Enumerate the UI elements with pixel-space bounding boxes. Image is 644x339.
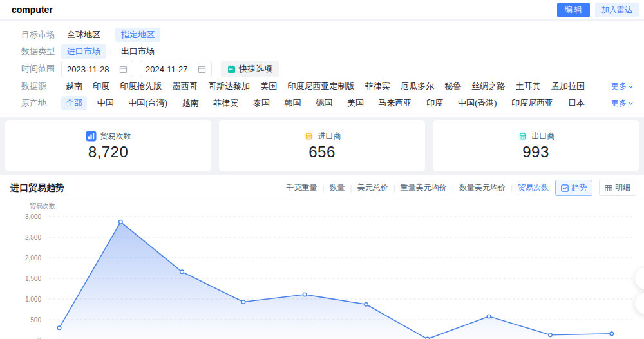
importer-store-icon [303, 131, 314, 142]
metric-option[interactable]: 数量美元均价 [459, 182, 506, 193]
metric-separator: | [322, 184, 324, 193]
origin-option[interactable]: 全部 [61, 96, 87, 110]
data-source-row: 数据源 越南印度印度抢先版墨西哥哥斯达黎加美国印度尼西亚定制版菲律宾厄瓜多尔秘鲁… [0, 78, 644, 95]
origin-row: 原产地 全部中国中国(台湾)越南菲律宾泰国韩国德国美国马来西亚印度中国(香港)印… [0, 95, 644, 111]
data-source-option[interactable]: 印度尼西亚定制版 [283, 79, 359, 93]
filter-panel: 目标市场 全球地区 指定地区 数据类型 进口市场 出口市场 时间范围 快捷选项 [0, 21, 644, 117]
end-date-value[interactable] [146, 64, 194, 74]
svg-text:1,500: 1,500 [25, 275, 41, 282]
metric-separator: | [393, 184, 395, 193]
metric-separator: | [452, 184, 454, 193]
top-header: computer 编 辑 加入雷达 [0, 0, 644, 19]
origin-option[interactable]: 日本 [564, 96, 589, 110]
trade-dashboard-page: computer 编 辑 加入雷达 目标市场 全球地区 指定地区 数据类型 进口… [0, 0, 644, 339]
option-specified-region[interactable]: 指定地区 [115, 28, 160, 42]
metric-option[interactable]: 贸易次数 [518, 182, 549, 193]
svg-text:0: 0 [37, 337, 41, 339]
svg-text:2,000: 2,000 [25, 255, 41, 262]
origin-more-link[interactable]: 更多 [611, 98, 634, 109]
stat-card-trade-count: 贸易次数 8,720 [5, 120, 211, 171]
data-source-option[interactable]: 印度 [88, 79, 114, 93]
stat-label: 出口商 [532, 131, 555, 142]
data-source-more-link[interactable]: 更多 [611, 81, 634, 92]
trend-panel: 进口贸易趋势 千克重量|数量|美元总价|重量美元均价|数量美元均价|贸易次数 趋… [0, 175, 644, 339]
origin-option[interactable]: 菲律宾 [209, 96, 243, 110]
stat-value: 656 [308, 143, 336, 161]
metric-separator: | [350, 184, 352, 193]
data-source-option[interactable]: 厄瓜多尔 [396, 79, 439, 93]
svg-text:贸易次数: 贸易次数 [30, 202, 55, 209]
data-source-option[interactable]: 菲律宾 [361, 79, 395, 93]
trend-view-button[interactable]: 趋势 [555, 180, 592, 196]
stat-label: 贸易次数 [100, 131, 131, 142]
trend-chart-svg: 贸易次数05001,0001,5002,0002,5003,0002023-11… [0, 200, 644, 339]
data-source-option[interactable]: 越南 [61, 79, 87, 93]
stat-cards-row: 贸易次数 8,720 进口商 656 出口商 993 [5, 120, 639, 171]
data-source-option[interactable]: 丝绸之路 [468, 79, 510, 93]
detail-view-button[interactable]: 明细 [599, 180, 636, 196]
table-icon [605, 184, 612, 192]
target-market-row: 目标市场 全球地区 指定地区 [0, 26, 644, 43]
metric-option[interactable]: 千克重量 [286, 182, 317, 193]
metric-option[interactable]: 美元总价 [357, 182, 388, 193]
stat-label: 进口商 [318, 131, 341, 142]
data-source-option[interactable]: 墨西哥 [168, 79, 202, 93]
svg-text:1,000: 1,000 [25, 296, 41, 303]
quick-calendar-icon [227, 65, 236, 73]
origin-option[interactable]: 德国 [311, 96, 337, 110]
calendar-icon [198, 65, 206, 73]
option-global-region[interactable]: 全球地区 [61, 28, 106, 42]
origin-label: 原产地 [21, 97, 61, 109]
trend-title: 进口贸易趋势 [10, 182, 64, 194]
origin-option[interactable]: 美国 [343, 96, 368, 110]
data-source-option[interactable]: 土耳其 [511, 79, 545, 93]
quick-options-label: 快捷选项 [239, 63, 272, 75]
origin-option[interactable]: 泰国 [249, 96, 274, 110]
trend-chart[interactable]: 贸易次数05001,0001,5002,0002,5003,0002023-11… [0, 200, 644, 339]
trend-header: 进口贸易趋势 千克重量|数量|美元总价|重量美元均价|数量美元均价|贸易次数 趋… [0, 175, 644, 200]
stat-card-importers: 进口商 656 [219, 120, 425, 171]
origin-option[interactable]: 中国(香港) [453, 96, 502, 110]
quick-options-button[interactable]: 快捷选项 [221, 61, 279, 77]
data-source-option[interactable]: 哥斯达黎加 [204, 79, 254, 93]
data-source-option[interactable]: 美国 [256, 79, 281, 93]
bar-chart-icon [86, 131, 97, 142]
data-source-items: 越南印度印度抢先版墨西哥哥斯达黎加美国印度尼西亚定制版菲律宾厄瓜多尔秘鲁丝绸之路… [61, 79, 589, 93]
origin-items: 全部中国中国(台湾)越南菲律宾泰国韩国德国美国马来西亚印度中国(香港)印度尼西亚… [61, 96, 589, 110]
origin-option[interactable]: 印度 [422, 96, 448, 110]
metric-switcher: 千克重量|数量|美元总价|重量美元均价|数量美元均价|贸易次数 趋势 明细 [286, 180, 636, 196]
data-source-option[interactable]: 秘鲁 [440, 79, 466, 93]
data-source-label: 数据源 [21, 81, 61, 92]
origin-option[interactable]: 中国 [93, 96, 118, 110]
metric-option[interactable]: 重量美元均价 [401, 182, 447, 193]
svg-text:3,000: 3,000 [25, 213, 41, 220]
edit-button[interactable]: 编 辑 [557, 3, 590, 17]
page-title: computer [12, 5, 53, 15]
svg-text:2,500: 2,500 [25, 234, 41, 241]
target-market-label: 目标市场 [21, 29, 61, 41]
data-source-option[interactable]: 印度抢先版 [116, 79, 167, 93]
stat-value: 8,720 [88, 143, 129, 161]
data-source-option[interactable]: 孟加拉国 [547, 79, 589, 93]
data-type-label: 数据类型 [21, 46, 61, 57]
stat-value: 993 [522, 143, 549, 161]
stat-card-exporters: 出口商 993 [433, 120, 639, 171]
data-type-row: 数据类型 进口市场 出口市场 [0, 43, 644, 60]
metric-separator: | [511, 184, 513, 193]
option-export-market[interactable]: 出口市场 [115, 44, 160, 59]
origin-option[interactable]: 中国(台湾) [124, 96, 172, 110]
time-range-row: 时间范围 快捷选项 [0, 60, 644, 78]
end-date-input[interactable] [140, 61, 212, 77]
option-import-market[interactable]: 进口市场 [61, 44, 106, 59]
exporter-store-icon [517, 131, 528, 142]
origin-option[interactable]: 马来西亚 [374, 96, 417, 110]
add-to-radar-button[interactable]: 加入雷达 [595, 3, 639, 17]
start-date-input[interactable] [61, 61, 133, 77]
origin-option[interactable]: 越南 [178, 96, 204, 110]
svg-text:500: 500 [30, 316, 41, 324]
calendar-icon [119, 65, 128, 73]
start-date-value[interactable] [67, 64, 116, 74]
origin-option[interactable]: 印度尼西亚 [507, 96, 558, 110]
metric-option[interactable]: 数量 [330, 182, 345, 193]
origin-option[interactable]: 韩国 [280, 96, 306, 110]
